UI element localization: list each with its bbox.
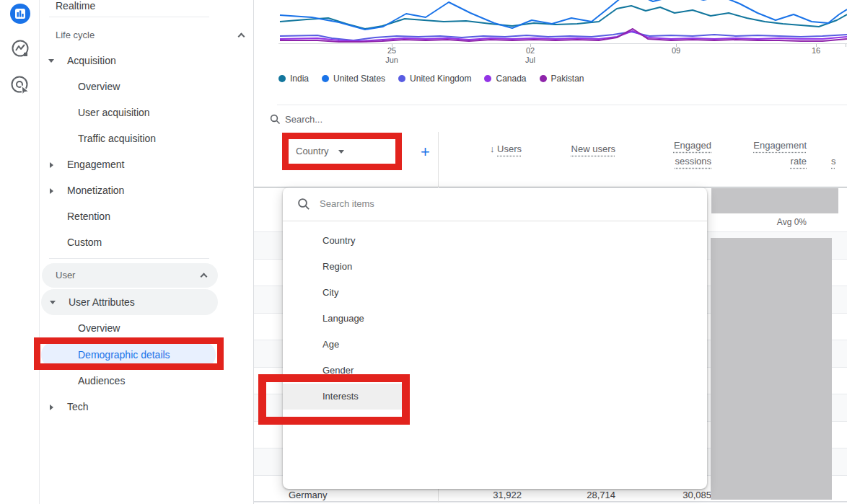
legend-item-canada[interactable]: Canada	[484, 74, 526, 84]
nav-section-label: Life cycle	[40, 30, 95, 40]
axis-tick	[846, 44, 846, 47]
nav-item-custom[interactable]: Custom	[40, 229, 254, 255]
chart-x-axis	[278, 43, 847, 44]
report-nav-panel: Realtime Life cycle Acquisition Overview…	[40, 0, 254, 504]
reports-icon[interactable]	[9, 3, 31, 25]
nav-item-label: Custom	[40, 236, 102, 248]
nav-item-audiences[interactable]: Audiences	[40, 368, 254, 394]
legend-dot	[484, 75, 491, 82]
column-header-engaged-sessions[interactable]: Engaged sessions	[661, 138, 711, 169]
nav-section-user[interactable]: User	[42, 263, 218, 288]
nav-divider	[49, 258, 209, 259]
nav-section-label: User	[42, 270, 75, 280]
nav-item-retention[interactable]: Retention	[40, 203, 254, 229]
column-header-engagement-rate[interactable]: Engagement rate	[745, 138, 807, 169]
sort-desc-icon: ↓	[490, 143, 495, 154]
nav-item-label: Overview	[40, 81, 120, 92]
nav-item-label: User acquisition	[40, 107, 150, 118]
legend-label: Pakistan	[551, 74, 584, 84]
nav-item-engagement[interactable]: Engagement	[40, 151, 254, 177]
nav-item-label: Tech	[40, 401, 89, 412]
column-header-new-users[interactable]: New users	[543, 141, 615, 157]
annotation-box-demographic-details	[34, 337, 224, 370]
geo-line-chart	[254, 0, 847, 66]
table-search-input[interactable]: Search...	[268, 112, 847, 131]
menu-item-language[interactable]: Language	[283, 306, 707, 332]
collapse-chevron-icon[interactable]	[201, 273, 208, 280]
nav-item-user-attributes[interactable]: User Attributes	[41, 289, 218, 315]
advertising-icon[interactable]	[9, 74, 31, 96]
column-header-users[interactable]: ↓ Users	[449, 141, 522, 157]
column-header-partial[interactable]: s	[831, 154, 846, 169]
collapsed-triangle-icon[interactable]	[50, 162, 53, 168]
nav-item-monetization[interactable]: Monetization	[40, 177, 254, 203]
add-dimension-button[interactable]: +	[421, 143, 430, 162]
legend-label: Canada	[496, 74, 526, 84]
legend-dot	[398, 75, 405, 82]
collapsed-triangle-icon[interactable]	[50, 188, 53, 194]
app-icon-rail	[0, 0, 40, 504]
nav-item-label: Overview	[40, 322, 120, 334]
legend-label: India	[290, 74, 309, 84]
legend-item-pakistan[interactable]: Pakistan	[540, 74, 584, 84]
legend-item-united-states[interactable]: United States	[322, 74, 385, 84]
search-icon	[270, 114, 281, 125]
collapsed-triangle-icon[interactable]	[50, 404, 53, 410]
menu-item-region[interactable]: Region	[283, 254, 707, 280]
menu-item-city[interactable]: City	[283, 280, 707, 306]
nav-divider	[49, 17, 209, 17]
redaction-block	[711, 188, 838, 213]
legend-item-india[interactable]: India	[278, 74, 309, 84]
dimension-menu: Search items Country Region City Languag…	[283, 187, 707, 489]
nav-item-label: Audiences	[40, 375, 125, 386]
nav-section-life-cycle[interactable]: Life cycle	[40, 22, 254, 48]
legend-dot	[278, 75, 286, 82]
search-icon	[297, 198, 310, 211]
redaction-block	[711, 238, 832, 500]
nav-item-label: Retention	[40, 211, 110, 222]
chart-legend: India United States United Kingdom Canad…	[278, 74, 584, 84]
nav-item-acquisition-overview[interactable]: Overview	[40, 74, 254, 100]
summary-avg-engagement-rate: Avg 0%	[721, 217, 807, 227]
nav-item-traffic-acquisition[interactable]: Traffic acquisition	[40, 125, 254, 151]
nav-item-label: Realtime	[40, 0, 95, 12]
legend-label: United States	[333, 74, 385, 84]
expanded-triangle-icon[interactable]	[48, 59, 54, 63]
explore-icon[interactable]	[9, 38, 31, 60]
collapse-chevron-icon[interactable]	[238, 33, 245, 40]
nav-item-label: Traffic acquisition	[40, 133, 156, 144]
nav-item-acquisition[interactable]: Acquisition	[40, 48, 254, 74]
menu-item-country[interactable]: Country	[283, 228, 707, 254]
expanded-triangle-icon[interactable]	[50, 301, 56, 304]
menu-search-placeholder: Search items	[320, 198, 374, 209]
nav-item-user-acquisition[interactable]: User acquisition	[40, 100, 254, 125]
legend-dot	[540, 75, 547, 82]
annotation-box-country-selector	[282, 133, 402, 170]
axis-tick-label: 02Jul	[514, 46, 546, 65]
menu-item-age[interactable]: Age	[283, 332, 707, 358]
annotation-box-interests	[258, 374, 410, 425]
menu-divider	[283, 221, 707, 221]
section-divider	[277, 105, 847, 105]
axis-tick-label: 25Jun	[376, 46, 408, 65]
legend-label: United Kingdom	[410, 74, 471, 84]
axis-tick-label: 09	[660, 46, 692, 56]
search-placeholder: Search...	[285, 114, 322, 125]
dimension-menu-search-input[interactable]: Search items	[283, 187, 707, 221]
axis-tick-label: 16	[800, 46, 832, 56]
legend-item-united-kingdom[interactable]: United Kingdom	[398, 74, 471, 84]
nav-item-tech[interactable]: Tech	[40, 394, 254, 420]
legend-dot	[322, 75, 329, 82]
